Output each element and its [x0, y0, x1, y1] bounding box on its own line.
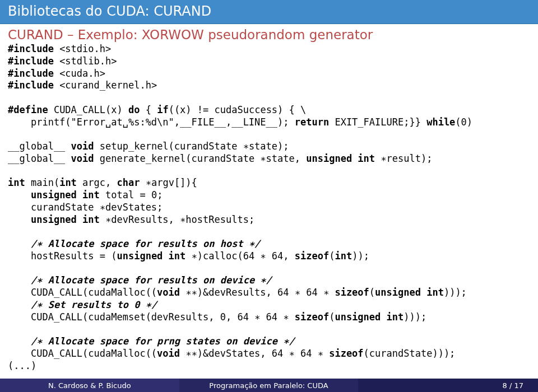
- code-token: generate_kernel(curandState ∗state,: [94, 153, 307, 164]
- code-token: unsigned int: [306, 153, 375, 164]
- code-token: (...): [8, 360, 36, 371]
- code-comment: /∗ Allocate space for prng states on dev…: [31, 335, 295, 347]
- code-token: unsigned int: [31, 214, 100, 225]
- code-token: sizeof: [335, 287, 369, 298]
- code-token: )));: [404, 311, 426, 323]
- section-subtitle: CURAND – Exemplo: XORWOW pseudorandom ge…: [8, 27, 530, 42]
- code-token: ∗)calloc(64 ∗ 64,: [185, 250, 294, 262]
- slide-footer: N. Cardoso & P. Bicudo Programação em Pa…: [0, 379, 538, 392]
- code-token: if: [157, 104, 168, 115]
- code-token: CUDA_CALL(cudaMemset(devResults, 0, 64 ∗…: [8, 311, 295, 323]
- code-token: main(: [25, 177, 59, 188]
- code-token: [8, 214, 31, 225]
- code-token: argc,: [77, 177, 117, 188]
- code-token: sizeof: [329, 348, 363, 359]
- code-token: sizeof: [295, 311, 329, 323]
- code-token: void: [157, 348, 180, 359]
- code-token: setup_kernel(curandState ∗state);: [94, 141, 289, 152]
- slide-title: Bibliotecas do CUDA: CURAND: [0, 0, 538, 24]
- slide-content: CURAND – Exemplo: XORWOW pseudorandom ge…: [0, 24, 538, 372]
- code-token: CUDA_CALL(cudaMalloc((: [8, 348, 157, 359]
- footer-page: 8 / 17: [358, 379, 538, 392]
- code-token: __global__: [8, 141, 71, 152]
- code-token: [8, 189, 31, 200]
- code-token: ∗devResults, ∗hostResults;: [100, 214, 254, 225]
- footer-title: Programação em Paralelo: CUDA: [179, 379, 359, 392]
- code-token: #include: [8, 80, 54, 91]
- code-token: CUDA_CALL(cudaMalloc((: [8, 287, 157, 298]
- code-token: while: [426, 116, 455, 128]
- code-token: ∗result);: [375, 153, 432, 164]
- code-token: do: [128, 104, 140, 115]
- code-token: <cuda.h>: [54, 68, 105, 79]
- code-token: #include: [8, 68, 54, 79]
- code-token: [8, 238, 31, 249]
- code-token: int: [335, 250, 352, 262]
- code-token: curandState ∗devStates;: [8, 202, 163, 213]
- code-token: __global__: [8, 153, 71, 164]
- code-token: <stdlib.h>: [54, 55, 117, 67]
- code-token: unsigned int: [117, 250, 185, 262]
- code-block: #include <stdio.h> #include <stdlib.h> #…: [8, 43, 530, 372]
- code-token: )));: [444, 287, 467, 298]
- code-comment: /∗ Allocate space for results on host ∗/: [31, 238, 260, 249]
- code-token: int: [8, 177, 25, 188]
- code-token: {: [140, 104, 157, 115]
- code-token: unsigned int: [31, 189, 100, 200]
- code-token: (: [329, 311, 335, 323]
- code-token: ∗∗)&devResults, 64 ∗ 64 ∗: [180, 287, 335, 298]
- code-token: unsigned int: [335, 311, 404, 323]
- code-token: total = 0;: [100, 189, 163, 200]
- code-token: ∗∗)&devStates, 64 ∗ 64 ∗: [180, 348, 329, 359]
- code-token: (0): [455, 116, 472, 128]
- code-token: #include: [8, 43, 54, 54]
- code-token: [8, 299, 31, 310]
- code-token: char: [117, 177, 140, 188]
- code-token: (: [329, 250, 335, 262]
- code-token: void: [71, 141, 94, 152]
- code-token: unsigned int: [375, 287, 444, 298]
- code-token: #define: [8, 104, 48, 115]
- code-comment: /∗ Allocate space for results on device …: [31, 274, 272, 286]
- code-token: #include: [8, 55, 54, 67]
- code-token: ));: [352, 250, 369, 262]
- code-token: <curand_kernel.h>: [54, 80, 157, 91]
- code-token: ∗argv[]){: [140, 177, 197, 188]
- code-token: int: [59, 177, 77, 188]
- code-token: void: [157, 287, 180, 298]
- footer-author: N. Cardoso & P. Bicudo: [0, 379, 179, 392]
- code-token: void: [71, 153, 94, 164]
- code-token: (: [369, 287, 375, 298]
- code-token: return: [295, 116, 329, 128]
- code-token: [8, 274, 31, 286]
- code-token: <stdio.h>: [54, 43, 111, 54]
- code-token: CUDA_CALL(x): [48, 104, 128, 115]
- code-token: EXIT_FAILURE;}}: [329, 116, 426, 128]
- code-token: ((x) != cudaSuccess) { \: [169, 104, 307, 115]
- code-comment: /∗ Set results to 0 ∗/: [31, 299, 157, 310]
- code-token: printf("Error␣at␣%s:%d\n",__FILE__,__LIN…: [8, 116, 295, 128]
- code-token: [8, 335, 31, 347]
- code-token: (curandState)));: [364, 348, 456, 359]
- code-token: sizeof: [295, 250, 329, 262]
- code-token: hostResults = (: [8, 250, 117, 262]
